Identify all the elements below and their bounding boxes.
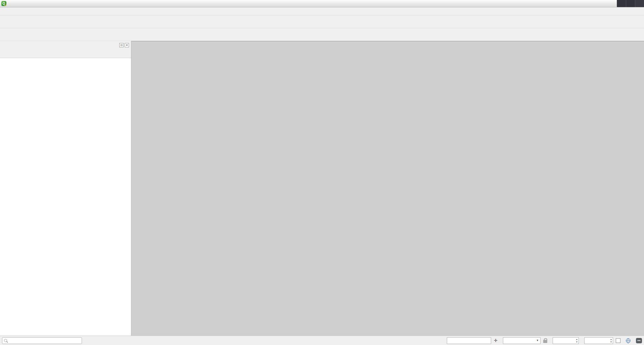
maximize-button[interactable] bbox=[626, 0, 635, 7]
menu-bar bbox=[0, 7, 644, 15]
messages-icon[interactable]: ••• bbox=[636, 338, 642, 343]
chevron-down-icon: ▼ bbox=[536, 339, 539, 342]
coordinate-input[interactable] bbox=[447, 337, 491, 344]
lock-scale-icon[interactable] bbox=[543, 340, 547, 343]
toolbar-row-1 bbox=[0, 15, 644, 28]
status-bar: ✛ ▼ ▲▼ ▲▼ ••• bbox=[0, 336, 644, 345]
minimize-button[interactable] bbox=[617, 0, 626, 7]
render-checkbox[interactable] bbox=[616, 338, 620, 343]
title-bar: Q bbox=[0, 0, 644, 7]
layers-panel: ⊡ ✕ bbox=[0, 41, 131, 336]
map-canvas[interactable] bbox=[131, 41, 644, 336]
qgis-logo-icon: Q bbox=[1, 1, 6, 6]
panel-float-button[interactable]: ⊡ bbox=[119, 43, 124, 47]
panel-close-button[interactable]: ✕ bbox=[125, 43, 129, 47]
rotation-spinbox[interactable]: ▲▼ bbox=[584, 337, 613, 344]
spin-up-icon[interactable]: ▲ bbox=[576, 338, 578, 341]
magnifier-spinbox[interactable]: ▲▼ bbox=[553, 337, 579, 344]
crs-globe-icon[interactable] bbox=[626, 338, 631, 343]
mouse-extents-icon[interactable]: ✛ bbox=[494, 338, 498, 343]
toolbar-row-2 bbox=[0, 28, 644, 41]
scale-combobox[interactable]: ▼ bbox=[503, 337, 541, 344]
locate-search-input[interactable] bbox=[2, 337, 82, 344]
layer-tree bbox=[0, 58, 131, 336]
spin-down-icon[interactable]: ▼ bbox=[610, 341, 612, 343]
close-button[interactable] bbox=[635, 0, 644, 7]
spin-down-icon[interactable]: ▼ bbox=[576, 341, 578, 343]
spin-up-icon[interactable]: ▲ bbox=[610, 338, 612, 341]
search-icon bbox=[4, 339, 7, 342]
